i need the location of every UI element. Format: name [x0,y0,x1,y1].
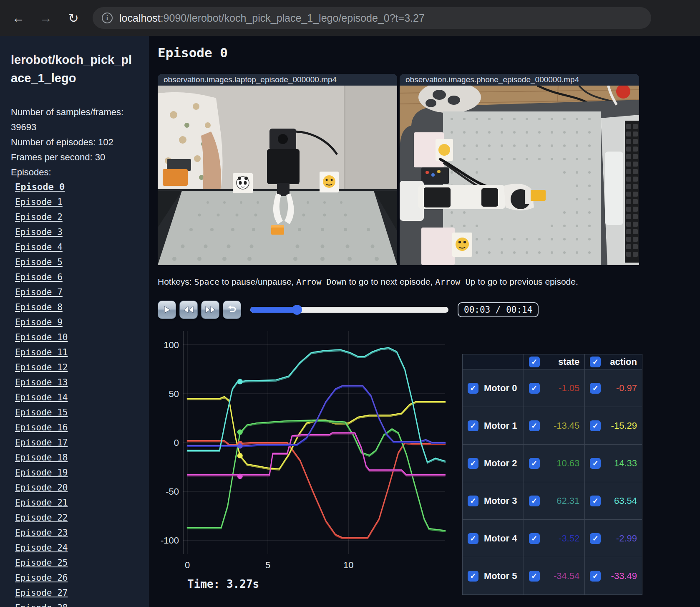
episode-list-item: Episode 16 [11,420,149,435]
state-value: -3.52 [559,533,579,544]
episode-link-17[interactable]: Episode 17 [15,438,68,448]
motor-checkbox[interactable]: ✓ [468,420,478,431]
loop-button[interactable] [223,301,241,319]
episode-list-item: Episode 27 [11,586,149,601]
episode-list-item: Episode 11 [11,345,149,360]
url-host: localhost [119,12,161,24]
episode-list-item: Episode 12 [11,360,149,375]
seek-slider[interactable] [250,307,448,313]
action-checkbox[interactable]: ✓ [590,420,601,431]
episode-list-item: Episode 15 [11,405,149,420]
episode-link-24[interactable]: Episode 24 [15,543,68,553]
episode-link-22[interactable]: Episode 22 [15,513,68,523]
state-checkbox[interactable]: ✓ [529,571,540,582]
motor-checkbox[interactable]: ✓ [468,571,478,582]
rewind-button[interactable] [179,301,198,319]
episode-link-18[interactable]: Episode 18 [15,453,68,463]
laptop-camera-video[interactable] [158,86,397,265]
address-bar[interactable]: i localhost:9090/lerobot/koch_pick_place… [93,7,651,29]
episode-link-28[interactable]: Episode 28 [15,603,68,607]
episode-link-20[interactable]: Episode 20 [15,483,68,493]
video-panel-phone: observation.images.phone_episode_000000.… [400,74,639,265]
forward-icon[interactable]: → [37,9,55,27]
state-value: 10.63 [556,458,579,469]
svg-text:100: 100 [164,340,179,350]
video-label-laptop: observation.images.laptop_episode_000000… [158,74,397,86]
episode-link-2[interactable]: Episode 2 [15,212,63,222]
hotkey-arrow-up: Arrow Up [435,277,475,287]
state-checkbox[interactable]: ✓ [529,496,540,506]
phone-camera-video[interactable] [400,86,639,265]
dataset-title: lerobot/koch_pick_place_1_lego [11,51,136,87]
fast-forward-icon [205,306,216,314]
action-checkbox[interactable]: ✓ [590,383,601,394]
motor-checkbox[interactable]: ✓ [468,383,478,394]
hotkey-space: Space [194,277,219,287]
loop-icon [227,305,237,314]
main-content: Episode 0 observation.images.laptop_epis… [149,36,700,607]
episode-link-23[interactable]: Episode 23 [15,528,68,538]
episode-list-item: Episode 2 [11,210,149,225]
page-info-icon[interactable]: i [102,13,113,23]
motor-timeseries-chart[interactable]: -100-500501000510Time: 3.27s [149,328,446,595]
fast-forward-button[interactable] [201,301,219,319]
episode-link-0[interactable]: Episode 0 [15,182,65,192]
episode-link-11[interactable]: Episode 11 [15,347,68,357]
action-checkbox[interactable]: ✓ [590,458,601,469]
action-checkbox[interactable]: ✓ [590,533,601,544]
episode-link-12[interactable]: Episode 12 [15,362,68,372]
episode-link-19[interactable]: Episode 19 [15,468,68,478]
action-checkbox[interactable]: ✓ [590,571,601,582]
state-checkbox[interactable]: ✓ [529,533,540,544]
state-value: 62.31 [556,496,579,506]
motor-name: Motor 2 [484,458,517,469]
rewind-icon [183,306,194,314]
seek-slider-thumb[interactable] [292,305,302,315]
motor-name: Motor 0 [484,383,517,394]
episode-link-14[interactable]: Episode 14 [15,392,68,402]
state-checkbox[interactable]: ✓ [529,383,540,394]
state-value: -13.45 [554,420,579,431]
state-column-checkbox[interactable]: ✓ [529,357,540,367]
episode-link-3[interactable]: Episode 3 [15,227,63,237]
svg-text:0: 0 [185,560,190,570]
action-column-checkbox[interactable]: ✓ [590,357,601,367]
episode-link-9[interactable]: Episode 9 [15,317,63,327]
play-button[interactable] [158,301,176,319]
state-checkbox[interactable]: ✓ [529,458,540,469]
motor-checkbox[interactable]: ✓ [468,458,478,469]
motor-checkbox[interactable]: ✓ [468,533,478,544]
video-label-phone: observation.images.phone_episode_000000.… [400,74,639,86]
motor-row-4: ✓Motor 4✓-3.52✓-2.99 [463,520,642,557]
episode-list-item: Episode 25 [11,556,149,571]
episode-link-26[interactable]: Episode 26 [15,573,68,583]
episode-link-10[interactable]: Episode 10 [15,332,68,342]
state-value: -1.05 [559,383,579,394]
episode-link-5[interactable]: Episode 5 [15,257,63,267]
episode-link-27[interactable]: Episode 27 [15,588,68,598]
action-value: -15.29 [611,420,637,431]
motor-name: Motor 5 [484,571,517,582]
episode-link-1[interactable]: Episode 1 [15,197,63,207]
episode-link-25[interactable]: Episode 25 [15,558,68,568]
episode-list-item: Episode 24 [11,541,149,556]
motor-checkbox[interactable]: ✓ [468,496,478,506]
episode-link-16[interactable]: Episode 16 [15,422,68,432]
episode-link-21[interactable]: Episode 21 [15,498,68,508]
motor-name: Motor 3 [484,496,517,506]
episode-list: Episode 0Episode 1Episode 2Episode 3Epis… [11,180,149,607]
back-icon[interactable]: ← [9,9,28,27]
episode-link-4[interactable]: Episode 4 [15,242,63,252]
episode-link-15[interactable]: Episode 15 [15,407,68,417]
episode-link-7[interactable]: Episode 7 [15,287,63,297]
episode-link-13[interactable]: Episode 13 [15,377,68,387]
svg-text:5: 5 [265,560,270,570]
reload-icon[interactable]: ↻ [64,9,83,27]
svg-text:0: 0 [174,438,179,448]
episode-link-6[interactable]: Episode 6 [15,272,63,282]
sidebar: lerobot/koch_pick_place_1_lego Number of… [0,36,149,607]
motor-name: Motor 4 [484,533,517,544]
state-checkbox[interactable]: ✓ [529,420,540,431]
action-checkbox[interactable]: ✓ [590,496,601,506]
episode-link-8[interactable]: Episode 8 [15,302,63,312]
